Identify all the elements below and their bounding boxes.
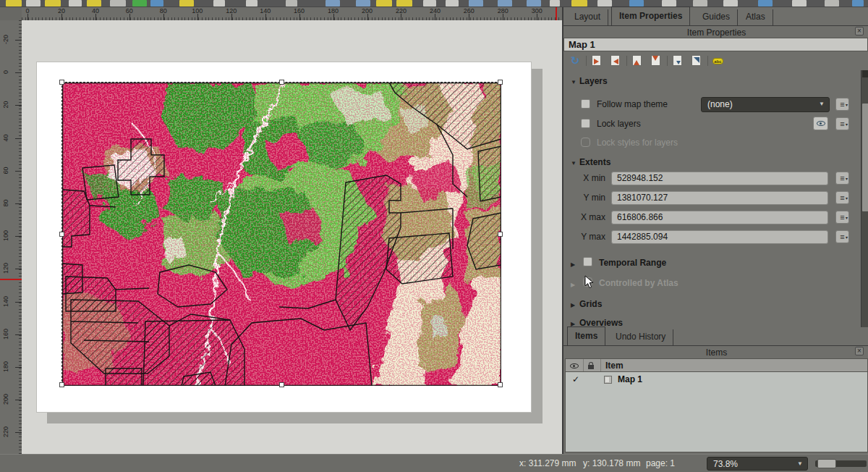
set-map-extent-icon[interactable] bbox=[590, 54, 604, 68]
close-panel-icon[interactable]: × bbox=[855, 347, 864, 355]
ymax-input[interactable]: 1442885.094 bbox=[611, 230, 828, 244]
collapse-triangle-icon: ▶ bbox=[571, 261, 579, 268]
data-defined-override-button[interactable]: ≡▾ bbox=[835, 211, 849, 224]
cursor-y-coordinate: y: 130.178 mm bbox=[583, 458, 640, 468]
ruler-label: 240 bbox=[430, 7, 441, 14]
lock-layers-label: Lock layers bbox=[597, 119, 641, 129]
map-theme-dropdown[interactable]: (none) ▼ bbox=[701, 97, 830, 112]
toolbar-icon-fragment bbox=[356, 0, 370, 7]
ruler-label: 80 bbox=[160, 7, 167, 14]
ruler-major-tick bbox=[27, 14, 28, 20]
selection-handle-top-left[interactable] bbox=[59, 80, 64, 85]
cursor-position-marker bbox=[556, 7, 557, 20]
scrollbar-thumb[interactable] bbox=[862, 104, 868, 211]
data-defined-override-button[interactable]: ≡▾ bbox=[835, 230, 849, 243]
tab-items[interactable]: Items bbox=[567, 326, 605, 345]
temporal-range-section[interactable]: ▶ bbox=[571, 258, 579, 269]
data-defined-override-button[interactable]: ≡▾ bbox=[835, 172, 849, 185]
xmin-label: X min bbox=[576, 173, 605, 183]
ruler-label: 20 bbox=[2, 96, 10, 114]
data-defined-override-button[interactable]: ≡▾ bbox=[835, 98, 849, 111]
edit-map-extent-icon[interactable] bbox=[671, 54, 685, 68]
update-map-preview-icon[interactable]: ↻ bbox=[568, 54, 582, 68]
selection-handle-middle-left[interactable] bbox=[59, 232, 64, 237]
ruler-label: 40 bbox=[2, 128, 10, 147]
toolbar-icon-fragment bbox=[723, 0, 738, 7]
ruler-label: 160 bbox=[294, 7, 305, 14]
collapse-triangle-icon: ▶ bbox=[571, 302, 579, 308]
layer-visibility-eye-button[interactable] bbox=[813, 117, 828, 130]
labeling-settings-icon[interactable]: abc bbox=[711, 54, 726, 68]
eye-icon bbox=[817, 121, 825, 126]
ruler-label: -20 bbox=[2, 30, 10, 49]
set-canvas-scale-icon[interactable] bbox=[649, 54, 663, 68]
set-map-scale-icon[interactable] bbox=[630, 54, 644, 68]
selection-handle-bottom-left[interactable] bbox=[59, 382, 64, 387]
lock-styles-checkbox bbox=[581, 138, 590, 147]
tab-undo-history[interactable]: Undo History bbox=[608, 329, 673, 345]
extents-section-header[interactable]: ▼Extents bbox=[571, 157, 610, 167]
ruler-label: 120 bbox=[226, 7, 237, 14]
items-table-row-map1[interactable]: ✓ Map 1 bbox=[566, 374, 867, 387]
close-panel-icon[interactable]: × bbox=[855, 27, 864, 35]
view-map-extent-icon[interactable] bbox=[608, 54, 623, 68]
cursor-position-marker bbox=[0, 279, 22, 280]
toolbar-icon-fragment bbox=[693, 0, 707, 7]
items-tabbar: Items Undo History bbox=[563, 327, 868, 346]
data-defined-override-button[interactable]: ≡▾ bbox=[835, 117, 849, 130]
layout-canvas[interactable] bbox=[22, 20, 562, 454]
ruler-label: 200 bbox=[2, 390, 10, 409]
zoom-slider-handle[interactable] bbox=[817, 459, 836, 468]
visibility-checkmark[interactable]: ✓ bbox=[572, 374, 579, 384]
tab-item-properties[interactable]: Item Properties bbox=[611, 7, 690, 25]
ymin-input[interactable]: 1381070.127 bbox=[611, 191, 828, 205]
ruler-major-tick bbox=[15, 203, 22, 204]
data-defined-override-button[interactable]: ≡▾ bbox=[835, 191, 849, 204]
collapse-triangle-icon: ▶ bbox=[571, 282, 579, 288]
item-column-header[interactable]: Item bbox=[605, 361, 624, 371]
ruler-major-tick bbox=[15, 400, 22, 400]
temporal-range-label: Temporal Range bbox=[599, 258, 666, 268]
page-shadow bbox=[532, 69, 542, 423]
ruler-label: 200 bbox=[362, 7, 373, 14]
follow-map-theme-checkbox[interactable] bbox=[581, 99, 590, 109]
xmax-input[interactable]: 616806.866 bbox=[611, 211, 828, 224]
toolbar-icon-fragment bbox=[498, 0, 512, 7]
selection-handle-bottom-center[interactable] bbox=[279, 382, 284, 387]
toolbar-icon-fragment bbox=[825, 0, 839, 7]
main-toolbar-cutoff bbox=[0, 0, 868, 7]
selection-handle-top-right[interactable] bbox=[498, 80, 503, 85]
ruler-label: 0 bbox=[2, 63, 10, 82]
items-table-body: ✓ Map 1 bbox=[565, 372, 868, 452]
item-properties-content: ▼Layers Follow map theme (none) ▼ ≡▾ Loc… bbox=[563, 70, 868, 327]
toolbar-icon-fragment bbox=[376, 0, 392, 7]
ruler-major-tick bbox=[163, 14, 164, 20]
properties-scrollbar[interactable] bbox=[861, 70, 868, 327]
ruler-label: 40 bbox=[92, 7, 99, 14]
toolbar-icon-fragment bbox=[852, 0, 864, 7]
tab-atlas[interactable]: Atlas bbox=[739, 9, 773, 25]
xmin-input[interactable]: 528948.152 bbox=[611, 172, 828, 185]
grids-section[interactable]: ▶Grids bbox=[571, 299, 602, 309]
toolbar-icon-fragment bbox=[629, 0, 644, 7]
tab-guides[interactable]: Guides bbox=[695, 9, 738, 25]
ruler-major-tick bbox=[469, 14, 469, 20]
toolbar-icon-fragment bbox=[571, 0, 587, 7]
ruler-major-tick bbox=[15, 105, 22, 106]
chevron-down-icon: ▼ bbox=[819, 101, 825, 107]
selection-handle-middle-right[interactable] bbox=[498, 232, 503, 237]
selection-handle-top-center[interactable] bbox=[279, 80, 284, 85]
map-item[interactable] bbox=[61, 82, 501, 385]
clipping-settings-icon[interactable] bbox=[689, 54, 704, 68]
ruler-major-tick bbox=[15, 40, 22, 41]
ruler-major-tick bbox=[15, 269, 22, 269]
ruler-label: 260 bbox=[464, 7, 475, 14]
layers-section-header[interactable]: ▼Layers bbox=[571, 76, 608, 86]
lock-layers-checkbox[interactable] bbox=[581, 119, 590, 128]
toolbar-icon-fragment bbox=[179, 0, 194, 7]
selection-handle-bottom-right[interactable] bbox=[498, 382, 503, 387]
zoom-level-combobox[interactable]: 73.8% ▼ bbox=[707, 457, 808, 471]
temporal-range-checkbox[interactable] bbox=[583, 257, 592, 266]
tab-layout[interactable]: Layout bbox=[567, 9, 608, 25]
map-item-icon bbox=[604, 376, 612, 384]
